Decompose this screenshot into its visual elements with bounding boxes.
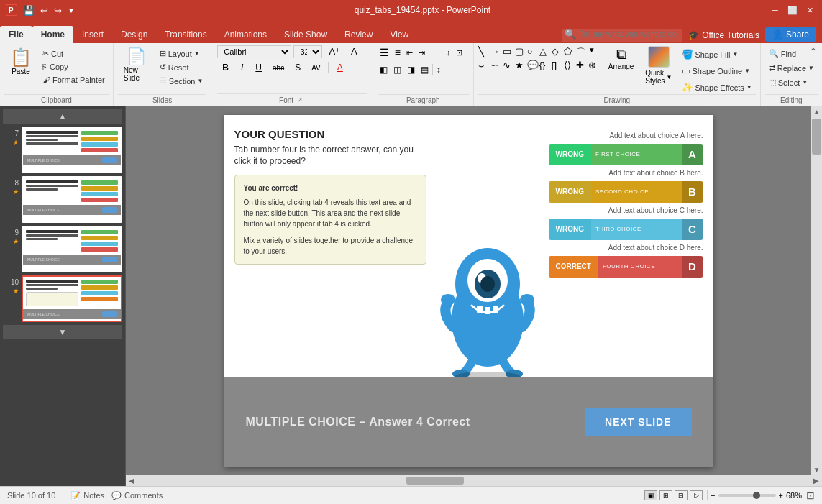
v-scrollbar[interactable]: ▲ ▼ (811, 106, 822, 475)
zoom-level[interactable]: 68% (786, 491, 802, 500)
slide-sorter-btn[interactable]: ⊞ (659, 490, 672, 500)
shape-chevron[interactable]: ⌒ (576, 46, 588, 59)
text-direction-btn[interactable]: ↕ (444, 46, 453, 59)
zoom-slider[interactable] (718, 494, 776, 497)
increase-font-btn[interactable]: A⁺ (324, 45, 344, 58)
shape-star[interactable]: ★ (515, 60, 526, 71)
undo-qa-btn[interactable]: ↩ (39, 4, 50, 17)
shape-rect[interactable]: ▭ (503, 46, 514, 59)
minimize-btn[interactable]: ─ (769, 4, 782, 17)
slide-img-8[interactable]: MULTIPLE CHOICE (22, 176, 122, 223)
close-btn[interactable]: ✕ (803, 4, 816, 17)
zoom-in-btn[interactable]: + (779, 491, 783, 500)
select-btn[interactable]: ⬚Select ▼ (765, 76, 818, 88)
decrease-indent-btn[interactable]: ⇤ (404, 46, 415, 60)
slide-thumb-9[interactable]: 9 ★ (3, 226, 122, 272)
customize-qa-btn[interactable]: ▼ (66, 5, 76, 16)
office-tutorials-btn[interactable]: 🎓 Office Tutorials (688, 30, 759, 40)
choice-d-btn[interactable]: CORRECT FOURTH CHOICE D (549, 256, 703, 278)
shape-triangle[interactable]: △ (539, 46, 551, 59)
restore-btn[interactable]: ⬜ (786, 4, 799, 17)
tab-home[interactable]: Home (32, 26, 73, 43)
choice-a-btn[interactable]: WRONG FIRST CHOICE A (549, 144, 703, 165)
fit-window-btn[interactable]: ⊡ (806, 490, 815, 501)
choice-c-btn[interactable]: WRONG THIRD CHOICE C (549, 219, 703, 240)
choice-b-btn[interactable]: WRONG SECOND CHOICE B (549, 181, 703, 203)
slide-img-9[interactable]: MULTIPLE CHOICE (22, 226, 122, 272)
shape-misc1[interactable]: ⟨⟩ (564, 60, 575, 71)
cut-btn[interactable]: ✂Cut (39, 47, 109, 60)
scroll-thumb[interactable] (812, 119, 821, 155)
zoom-out-btn[interactable]: − (711, 491, 715, 500)
shadow-btn[interactable]: S (290, 60, 306, 75)
slide-thumb-10[interactable]: 10 ★ (3, 275, 122, 322)
align-right-btn[interactable]: ◨ (405, 63, 417, 77)
increase-indent-btn[interactable]: ⇥ (416, 46, 427, 60)
italic-btn[interactable]: I (236, 60, 248, 75)
copy-btn[interactable]: ⎘Copy (39, 61, 109, 73)
shape-bracket[interactable]: [] (552, 60, 563, 71)
new-slide-btn[interactable]: 📄 New Slide (118, 45, 155, 85)
bold-btn[interactable]: B (217, 60, 234, 75)
quick-styles-btn[interactable]: Quick Styles ▼ (642, 45, 675, 86)
comments-btn[interactable]: 💬 Comments (111, 491, 163, 500)
shape-line[interactable]: ╲ (478, 46, 490, 59)
scroll-down-btn[interactable]: ▼ (811, 464, 822, 475)
slide-img-7[interactable]: MULTIPLE CHOICE (22, 127, 122, 173)
format-painter-btn[interactable]: 🖌Format Painter (39, 74, 109, 86)
reset-btn[interactable]: ↺Reset (156, 61, 207, 73)
presenter-view-btn[interactable]: ▷ (690, 490, 703, 500)
align-left-btn[interactable]: ◧ (378, 63, 390, 77)
slide-img-10[interactable]: MULTIPLE CHOICE (22, 275, 122, 322)
shape-arc[interactable]: ⌣ (478, 60, 490, 71)
shape-more[interactable]: ▼ (588, 46, 600, 59)
bullet-list-btn[interactable]: ☰ (378, 45, 391, 60)
h-scroll-thumb[interactable] (406, 477, 464, 485)
numbered-list-btn[interactable]: ≡ (393, 45, 403, 60)
slide-thumb-7[interactable]: 7 ★ (3, 127, 122, 173)
share-btn[interactable]: 👤 Share (765, 27, 816, 42)
panel-scroll-up-btn[interactable]: ▲ (3, 109, 122, 124)
smart-art-btn[interactable]: ⊡ (454, 46, 465, 60)
tab-animations[interactable]: Animations (216, 26, 275, 43)
save-qa-btn[interactable]: 💾 (22, 4, 36, 17)
shape-effects-btn[interactable]: ✨ Shape Effects ▼ (678, 81, 756, 94)
tab-transitions[interactable]: Transitions (156, 26, 215, 43)
tell-me-input[interactable] (579, 29, 680, 38)
collapse-ribbon-btn[interactable]: ⌃ (806, 45, 821, 59)
shape-freeform[interactable]: ∿ (503, 60, 514, 71)
arrange-btn[interactable]: ⧉ Arrange (603, 45, 640, 72)
h-scrollbar[interactable]: ◀ ▶ (126, 475, 822, 486)
shape-fill-btn[interactable]: 🪣 Shape Fill ▼ (678, 47, 756, 61)
shape-brace[interactable]: {} (539, 60, 551, 71)
shape-rounded-rect[interactable]: ▢ (515, 46, 526, 59)
font-color-btn[interactable]: A (332, 60, 348, 75)
tab-view[interactable]: View (381, 26, 417, 43)
underline-btn[interactable]: U (250, 60, 267, 75)
shape-callout[interactable]: 💬 (527, 60, 539, 71)
scroll-right-btn[interactable]: ▶ (810, 477, 822, 485)
shape-pentagon[interactable]: ⬠ (564, 46, 575, 59)
decrease-font-btn[interactable]: A⁻ (347, 45, 367, 58)
normal-view-btn[interactable]: ▣ (644, 490, 657, 500)
shape-diamond[interactable]: ◇ (552, 46, 563, 59)
tab-insert[interactable]: Insert (73, 26, 112, 43)
shape-arrow[interactable]: → (490, 46, 502, 59)
char-spacing-btn[interactable]: AV (308, 62, 324, 74)
shape-curve[interactable]: ∽ (490, 60, 502, 71)
line-spacing-btn[interactable]: ↕ (434, 63, 443, 77)
font-size-select[interactable]: 32 (293, 45, 322, 58)
panel-scroll-down-btn[interactable]: ▼ (3, 325, 122, 339)
replace-btn[interactable]: ⇄Replace ▼ (765, 62, 818, 74)
shape-oval[interactable]: ○ (527, 46, 539, 59)
font-group-expander[interactable]: ↗ (295, 96, 305, 104)
scroll-left-btn[interactable]: ◀ (126, 477, 137, 485)
next-slide-btn[interactable]: NEXT SLIDE (585, 408, 691, 436)
layout-btn[interactable]: ⊞Layout▼ (156, 47, 207, 60)
shape-misc2[interactable]: ⊛ (588, 60, 600, 71)
scroll-up-btn[interactable]: ▲ (811, 106, 822, 117)
font-face-select[interactable]: Calibri (217, 45, 291, 58)
section-btn[interactable]: ☰Section▼ (156, 75, 207, 87)
tell-me-bar[interactable]: 🔍 (562, 29, 682, 42)
align-center-btn[interactable]: ◫ (391, 63, 403, 77)
